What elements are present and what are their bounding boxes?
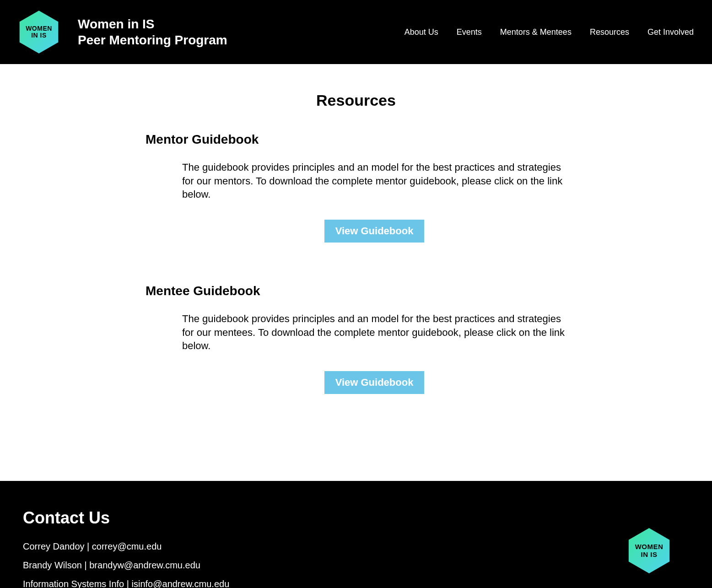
nav-resources[interactable]: Resources bbox=[590, 27, 629, 37]
contact-line: Correy Dandoy | correy@cmu.edu bbox=[23, 541, 627, 552]
nav-about-us[interactable]: About Us bbox=[405, 27, 438, 37]
nav-get-involved[interactable]: Get Involved bbox=[647, 27, 694, 37]
footer-heading: Contact Us bbox=[23, 508, 627, 528]
nav-events[interactable]: Events bbox=[457, 27, 482, 37]
logo[interactable]: WOMEN IN IS bbox=[18, 9, 59, 55]
view-mentor-guidebook-button[interactable]: View Guidebook bbox=[324, 220, 425, 243]
page-title: Resources bbox=[81, 92, 631, 109]
contact-line: Information Systems Info | isinfo@andrew… bbox=[23, 579, 627, 588]
nav-mentors-mentees[interactable]: Mentors & Mentees bbox=[500, 27, 572, 37]
main-nav: About Us Events Mentors & Mentees Resour… bbox=[405, 27, 694, 37]
site-header: WOMEN IN IS Women in IS Peer Mentoring P… bbox=[0, 0, 712, 64]
main-content: Resources Mentor Guidebook The guidebook… bbox=[81, 64, 631, 481]
contact-line: Brandy Wilson | brandyw@andrew.cmu.edu bbox=[23, 560, 627, 571]
view-mentee-guidebook-button[interactable]: View Guidebook bbox=[324, 371, 425, 394]
mentee-guidebook-section: Mentee Guidebook The guidebook provides … bbox=[81, 284, 631, 394]
mentor-guidebook-section: Mentor Guidebook The guidebook provides … bbox=[81, 132, 631, 243]
section-heading: Mentee Guidebook bbox=[146, 284, 566, 298]
section-text: The guidebook provides principles and an… bbox=[182, 161, 566, 201]
section-heading: Mentor Guidebook bbox=[146, 132, 566, 147]
footer-logo[interactable]: WOMEN IN IS bbox=[627, 527, 671, 575]
logo-text: WOMEN IN IS bbox=[635, 543, 663, 558]
site-footer: Contact Us Correy Dandoy | correy@cmu.ed… bbox=[0, 481, 712, 588]
logo-text: WOMEN IN IS bbox=[26, 25, 52, 39]
site-title: Women in IS Peer Mentoring Program bbox=[78, 16, 227, 48]
section-text: The guidebook provides principles and an… bbox=[182, 312, 566, 353]
